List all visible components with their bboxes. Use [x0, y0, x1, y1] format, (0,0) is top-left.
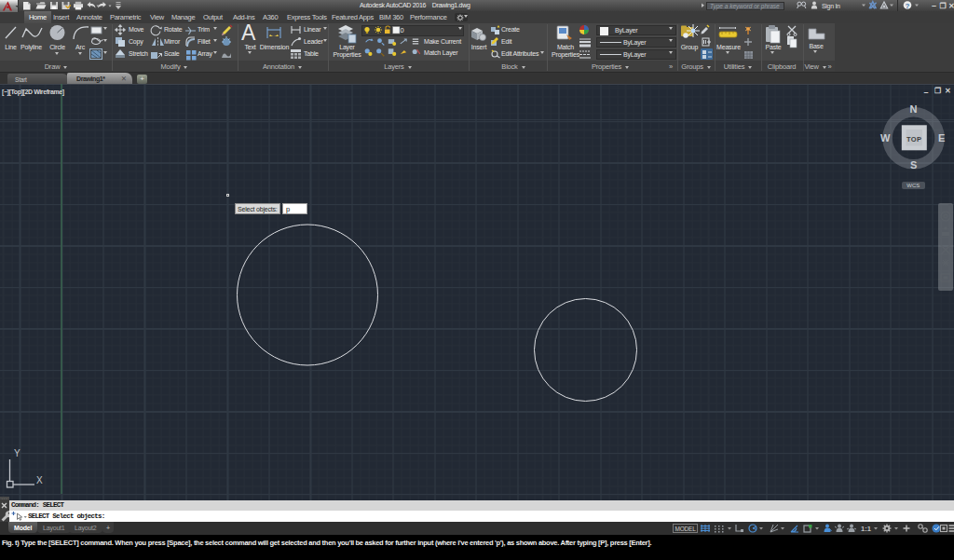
svg-text:E: E	[938, 132, 945, 143]
svg-text:S: S	[910, 159, 917, 171]
svg-text:W: W	[880, 132, 891, 143]
svg-text:1:1: 1:1	[861, 525, 871, 533]
svg-text:X: X	[36, 475, 43, 485]
svg-text:N: N	[910, 103, 918, 115]
svg-text:TOP: TOP	[906, 135, 921, 143]
svg-text:?: ?	[906, 2, 910, 10]
svg-text:Y: Y	[14, 448, 20, 458]
